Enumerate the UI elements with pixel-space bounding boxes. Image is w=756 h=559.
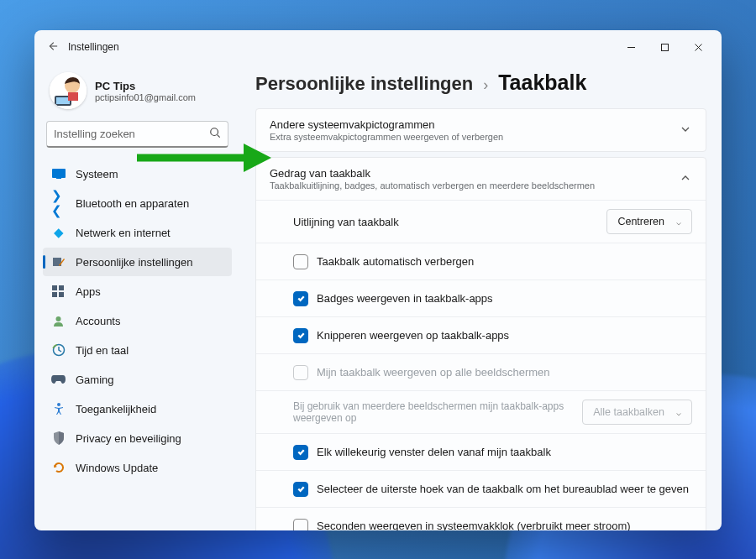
sidebar-item-label: Bluetooth en apparaten xyxy=(76,197,189,210)
sidebar-item-label: Apps xyxy=(76,285,101,298)
breadcrumb-parent[interactable]: Persoonlijke instellingen xyxy=(255,73,473,95)
sidebar-item-update[interactable]: Windows Update xyxy=(43,453,232,482)
card-title: Gedrag van taakbalk xyxy=(270,167,680,180)
sidebar: PC Tips pctipsinfo01@gmail.com Systeem ❯… xyxy=(34,64,240,530)
svg-rect-8 xyxy=(56,178,61,179)
row-label: Knipperen weergeven op taakbalk-apps xyxy=(317,329,692,342)
row-label: Bij gebruik van meerdere beeldschermen m… xyxy=(293,400,574,424)
accessibility-icon xyxy=(51,402,66,416)
svg-point-6 xyxy=(211,128,218,135)
breadcrumb: Persoonlijke instellingen › Taakbalk xyxy=(255,71,706,95)
dropdown-value: Centreren xyxy=(617,216,664,227)
chevron-down-icon xyxy=(680,123,692,138)
row-auto-hide[interactable]: Taakbalk automatisch verbergen xyxy=(256,243,706,280)
breadcrumb-current: Taakbalk xyxy=(498,71,586,95)
titlebar: Instellingen xyxy=(34,30,722,64)
row-flashing[interactable]: Knipperen weergeven op taakbalk-apps xyxy=(256,316,706,353)
sidebar-item-label: Gaming xyxy=(76,374,114,386)
sidebar-item-privacy[interactable]: Privacy en beveiliging xyxy=(43,424,232,452)
sidebar-item-tijd[interactable]: Tijd en taal xyxy=(43,336,232,364)
checkbox-seconds[interactable] xyxy=(293,519,308,531)
row-label: Badges weergeven in taakbalk-apps xyxy=(317,292,692,305)
sidebar-item-apps[interactable]: Apps xyxy=(43,277,232,306)
svg-rect-7 xyxy=(52,169,66,178)
sidebar-item-label: Toegankelijkheid xyxy=(76,403,156,415)
card-other-icons: Andere systeemvakpictogrammen Extra syst… xyxy=(255,108,706,152)
row-label: Elk willekeurig venster delen vanaf mijn… xyxy=(317,446,692,458)
row-label: Uitlijning van taakbalk xyxy=(293,216,598,228)
checkbox-far-corner[interactable] xyxy=(293,482,308,497)
apps-icon xyxy=(51,285,66,299)
sidebar-item-label: Accounts xyxy=(76,315,120,327)
svg-point-16 xyxy=(57,403,60,406)
avatar xyxy=(50,72,87,109)
card-header-behavior[interactable]: Gedrag van taakbalk Taakbalkuitlijning, … xyxy=(256,158,706,200)
multi-display-dropdown: Alle taakbalken ⌵ xyxy=(582,400,692,425)
checkbox-flashing[interactable] xyxy=(293,328,308,343)
sidebar-item-accounts[interactable]: Accounts xyxy=(43,306,232,335)
chevron-down-icon: ⌵ xyxy=(676,408,681,417)
update-icon xyxy=(51,461,66,475)
back-button[interactable] xyxy=(46,40,68,55)
svg-rect-5 xyxy=(68,92,78,101)
svg-rect-3 xyxy=(56,97,70,104)
card-subtitle: Extra systeemvakpictogrammen weergeven o… xyxy=(270,132,680,142)
maximize-button[interactable] xyxy=(648,35,681,59)
close-button[interactable] xyxy=(681,35,715,59)
nav-list: Systeem ❯❮ Bluetooth en apparaten ◆ Netw… xyxy=(43,159,232,482)
row-far-corner[interactable]: Selecteer de uiterste hoek van de taakba… xyxy=(256,470,706,507)
svg-rect-13 xyxy=(59,292,64,297)
sidebar-item-gaming[interactable]: Gaming xyxy=(43,365,232,394)
minimize-button[interactable] xyxy=(614,35,648,59)
privacy-icon xyxy=(51,431,66,446)
profile[interactable]: PC Tips pctipsinfo01@gmail.com xyxy=(43,67,232,121)
row-all-displays: Mijn taakbalk weergeven op alle beeldsch… xyxy=(256,353,706,390)
chevron-up-icon xyxy=(680,171,692,186)
sidebar-item-netwerk[interactable]: ◆ Netwerk en internet xyxy=(43,218,232,247)
settings-window: Instellingen PC Tips xyxy=(34,30,722,530)
row-label: Selecteer de uiterste hoek van de taakba… xyxy=(317,483,692,495)
checkbox-auto-hide[interactable] xyxy=(293,254,308,269)
accounts-icon xyxy=(51,314,66,328)
checkbox-badges[interactable] xyxy=(293,291,308,306)
time-icon xyxy=(51,343,66,358)
sidebar-item-bluetooth[interactable]: ❯❮ Bluetooth en apparaten xyxy=(43,189,232,217)
card-subtitle: Taakbalkuitlijning, badges, automatisch … xyxy=(270,180,680,191)
sidebar-item-label: Netwerk en internet xyxy=(76,227,171,239)
chevron-right-icon: › xyxy=(483,76,488,94)
sidebar-item-systeem[interactable]: Systeem xyxy=(43,159,232,188)
system-icon xyxy=(51,167,66,181)
sidebar-item-label: Tijd en taal xyxy=(76,344,129,357)
profile-email: pctipsinfo01@gmail.com xyxy=(95,92,196,102)
row-seconds[interactable]: Seconden weergeven in systeemvakklok (ve… xyxy=(256,507,706,530)
sidebar-item-label: Privacy en beveiliging xyxy=(76,432,181,445)
row-label: Taakbalk automatisch verbergen xyxy=(317,255,692,268)
sidebar-item-persoonlijke[interactable]: Persoonlijke instellingen xyxy=(43,248,232,276)
personalize-icon xyxy=(51,255,66,269)
search-box[interactable] xyxy=(46,121,228,148)
profile-name: PC Tips xyxy=(95,80,196,92)
row-badges[interactable]: Badges weergeven in taakbalk-apps xyxy=(256,280,706,316)
checkbox-share-window[interactable] xyxy=(293,445,308,460)
wifi-icon: ◆ xyxy=(51,226,66,240)
main-content: Persoonlijke instellingen › Taakbalk And… xyxy=(240,64,722,530)
search-icon xyxy=(209,127,221,142)
row-label: Seconden weergeven in systeemvakklok (ve… xyxy=(317,520,692,530)
row-alignment: Uitlijning van taakbalk Centreren ⌵ xyxy=(256,200,706,243)
window-title: Instellingen xyxy=(68,41,119,53)
sidebar-item-toegankelijkheid[interactable]: Toegankelijkheid xyxy=(43,394,232,423)
gaming-icon xyxy=(51,373,66,387)
card-title: Andere systeemvakpictogrammen xyxy=(270,118,680,131)
svg-rect-11 xyxy=(59,285,64,290)
alignment-dropdown[interactable]: Centreren ⌵ xyxy=(606,209,692,234)
svg-rect-0 xyxy=(661,44,668,50)
row-share-window[interactable]: Elk willekeurig venster delen vanaf mijn… xyxy=(256,433,706,470)
bluetooth-icon: ❯❮ xyxy=(51,196,66,211)
search-input[interactable] xyxy=(54,128,209,140)
row-multi-display: Bij gebruik van meerdere beeldschermen m… xyxy=(256,390,706,433)
svg-rect-10 xyxy=(52,285,57,290)
card-header-other-icons[interactable]: Andere systeemvakpictogrammen Extra syst… xyxy=(256,109,706,151)
svg-point-14 xyxy=(56,316,61,321)
row-label: Mijn taakbalk weergeven op alle beeldsch… xyxy=(317,366,692,379)
sidebar-item-label: Persoonlijke instellingen xyxy=(76,256,192,269)
